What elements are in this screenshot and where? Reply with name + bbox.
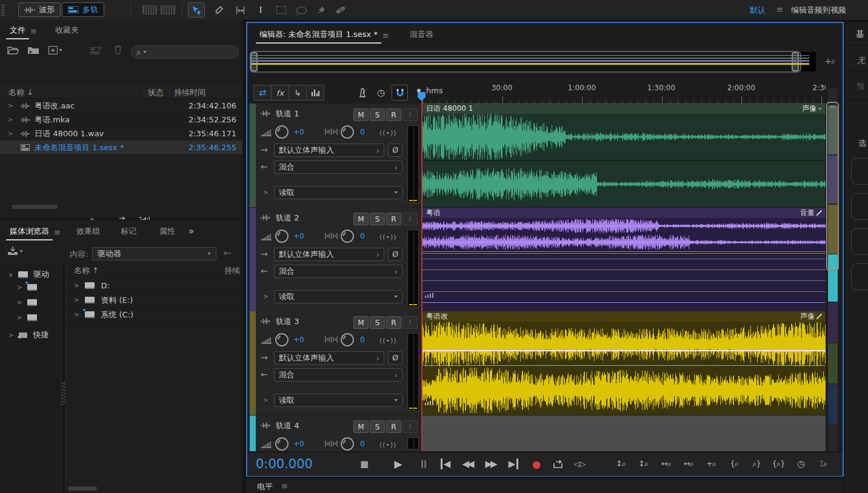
expand-icon[interactable]: > xyxy=(17,284,22,291)
arm-record-button[interactable]: R xyxy=(386,213,401,225)
tree-item-drives[interactable]: ∨ 驱动 xyxy=(8,269,49,280)
mute-button[interactable]: M xyxy=(353,108,369,121)
pan-value[interactable]: 0 xyxy=(360,232,365,240)
expand-icon[interactable]: > xyxy=(17,299,22,306)
track-1-header[interactable]: 轨道 1 M S R I +0 0 ((•)) → 默认立体声输入 › xyxy=(249,104,422,207)
spectral-pitch-icon[interactable] xyxy=(159,2,176,18)
volume-envelope-line[interactable] xyxy=(422,350,826,351)
editor-panel-menu-icon[interactable]: ≡ xyxy=(381,31,393,44)
phase-button[interactable]: Ø xyxy=(388,144,402,157)
waveform-view-button[interactable]: 波形 xyxy=(18,2,61,17)
input-dropdown[interactable]: 默认立体声输入 › xyxy=(274,144,384,157)
content-dropdown[interactable]: 驱动器 xyxy=(92,247,216,260)
expand-icon[interactable]: > xyxy=(74,311,79,318)
arm-record-button[interactable]: R xyxy=(386,108,401,121)
pan-value[interactable]: 0 xyxy=(360,128,365,136)
slip-tool[interactable]: |↔| xyxy=(232,2,249,18)
loop-playback-button[interactable] xyxy=(549,457,567,471)
pan-knob[interactable] xyxy=(341,230,354,243)
media-panel-menu-icon[interactable]: ≡ xyxy=(53,228,64,240)
zoom-out-horizontal-button[interactable]: ↔⌕ xyxy=(678,457,699,471)
expand-icon[interactable]: > xyxy=(74,282,79,289)
track-2-header[interactable]: 轨道 2 M S R I +0 0 ((•)) → 默认立体声输入 › xyxy=(249,208,422,311)
insert-into-multitrack-button[interactable] xyxy=(90,45,103,55)
output-dropdown[interactable]: 混合 › xyxy=(274,368,402,382)
import-file-button[interactable] xyxy=(27,46,39,55)
sends-button[interactable]: ↳ xyxy=(289,85,307,101)
expand-icon[interactable]: > xyxy=(17,314,22,321)
zoom-to-selection-button[interactable]: {⌕} xyxy=(767,457,789,471)
divider-grip[interactable] xyxy=(62,382,65,405)
paintbrush-selection-tool[interactable] xyxy=(313,2,330,18)
tab-markers[interactable]: 标记 xyxy=(117,226,140,240)
track-name[interactable]: 轨道 4 xyxy=(276,420,299,431)
envelope-mode[interactable]: 声像 xyxy=(800,311,822,322)
media-row[interactable]: > 系统 (C:) xyxy=(65,308,242,322)
media-col-name[interactable]: 名称 ↑ xyxy=(74,265,99,276)
tab-editor[interactable]: 编辑器: 未命名混音项目 1.sesx * xyxy=(256,29,381,44)
track-color-strip[interactable] xyxy=(250,415,256,451)
arm-record-button[interactable]: R xyxy=(386,420,401,433)
fast-forward-button[interactable]: ▶▶ xyxy=(481,457,499,471)
track-color-strip[interactable] xyxy=(250,311,256,415)
record-button[interactable]: ● xyxy=(527,457,546,471)
tab-files[interactable]: 文件 xyxy=(6,25,29,39)
monitor-input-button[interactable]: I xyxy=(402,420,418,433)
track-4-header[interactable]: 轨道 4 M S R I +0 0 ((•)) xyxy=(249,415,422,451)
phase-button[interactable]: Ø xyxy=(388,248,402,261)
play-button[interactable]: ▶ xyxy=(389,457,407,471)
skip-selection-button[interactable]: ◁▷ xyxy=(571,457,589,471)
expand-icon[interactable]: > xyxy=(74,297,79,303)
zoom-full-button[interactable]: ⌶⌕ xyxy=(812,457,834,471)
time-selection-tool[interactable]: I xyxy=(252,2,269,18)
automation-expand-icon[interactable]: > xyxy=(263,397,268,403)
output-dropdown[interactable]: 混合 › xyxy=(274,160,402,174)
workspace-menu-icon[interactable]: ≡ xyxy=(776,5,783,14)
files-search-input[interactable]: ⌕ xyxy=(131,45,239,59)
more-tabs-icon[interactable]: » xyxy=(185,226,198,240)
automation-expand-icon[interactable]: > xyxy=(263,189,268,196)
delete-button[interactable] xyxy=(114,45,122,55)
media-col-duration[interactable]: 持续 xyxy=(224,265,240,276)
tab-mixer[interactable]: 混音器 xyxy=(406,29,437,44)
volume-value[interactable]: +0 xyxy=(293,440,304,448)
track-color-strip[interactable] xyxy=(250,104,256,207)
track-4-lane[interactable] xyxy=(422,415,826,451)
expand-icon[interactable]: > xyxy=(0,130,21,137)
pan-knob[interactable] xyxy=(341,125,354,139)
volume-value[interactable]: +0 xyxy=(293,232,304,240)
monitoring-icon[interactable]: ((•)) xyxy=(379,233,397,241)
mute-button[interactable]: M xyxy=(353,420,369,433)
files-col-name[interactable]: 名称 ↓ xyxy=(8,87,33,98)
pan-knob[interactable] xyxy=(341,437,354,451)
monitor-input-button[interactable]: I xyxy=(402,316,418,329)
snap-magnet-icon[interactable] xyxy=(392,85,408,101)
skip-selection-clock-icon[interactable]: ◷ xyxy=(373,85,389,101)
input-dropdown[interactable]: 默认立体声输入 › xyxy=(274,351,384,365)
pan-value[interactable]: 0 xyxy=(360,336,365,344)
solo-button[interactable]: S xyxy=(370,213,385,225)
edit-audio-to-video-label[interactable]: 编辑音频到视频 xyxy=(791,5,846,16)
media-import-button[interactable] xyxy=(7,247,23,256)
solo-button[interactable]: S xyxy=(370,316,385,329)
phase-button[interactable]: Ø xyxy=(388,351,402,365)
tree-item-drive-c[interactable]: > xyxy=(17,284,37,291)
clip-header[interactable]: 日语 48000 1 声像 xyxy=(422,104,826,114)
expand-icon[interactable]: > xyxy=(0,102,21,110)
spot-healing-brush-tool[interactable] xyxy=(332,2,349,18)
pause-button[interactable] xyxy=(415,457,433,471)
zoom-reset-icon[interactable]: +⌕ xyxy=(821,53,839,69)
tab-favorites[interactable]: 收藏夹 xyxy=(52,25,82,39)
expand-icon[interactable]: > xyxy=(0,116,21,124)
levels-menu-icon[interactable]: ≡ xyxy=(281,481,288,491)
overview-range-thumb[interactable] xyxy=(250,51,801,73)
back-arrow-icon[interactable]: ← xyxy=(223,247,232,259)
playhead-line[interactable] xyxy=(421,101,422,451)
pan-value[interactable]: 0 xyxy=(360,440,365,448)
envelope-mode[interactable]: 音量 xyxy=(800,208,822,218)
zoom-reset-button[interactable]: +⌕ xyxy=(700,457,722,471)
monitor-input-button[interactable]: I xyxy=(402,213,418,225)
volume-knob[interactable] xyxy=(275,437,289,451)
metronome-icon[interactable] xyxy=(354,85,370,101)
preset-button[interactable] xyxy=(851,263,868,290)
